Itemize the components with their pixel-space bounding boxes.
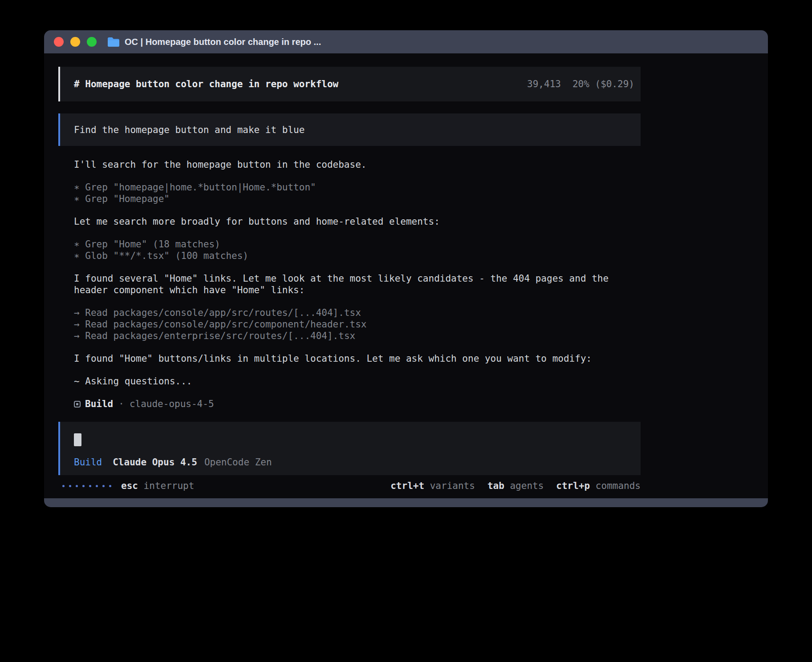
tool-call: ∗ Grep "homepage|home.*button|Home.*butt…	[74, 182, 641, 193]
shortcut-agents: tab agents	[487, 480, 544, 491]
user-message-text: Find the homepage button and make it blu…	[74, 125, 304, 135]
spinner	[58, 485, 111, 487]
agent-mode-label[interactable]: Build	[74, 457, 102, 468]
tool-call: ∗ Grep "Homepage"	[74, 193, 641, 205]
spinner-dot	[96, 485, 98, 487]
status-bar: esc interrupt ctrl+t variants tab agents…	[58, 480, 641, 492]
agent-model: claude-opus-4-5	[130, 398, 214, 410]
window-titlebar: OC | Homepage button color change in rep…	[44, 30, 768, 53]
shortcut-hints: ctrl+t variants tab agents ctrl+p comman…	[390, 480, 641, 491]
user-message: Find the homepage button and make it blu…	[58, 113, 641, 146]
agent-name: Build	[85, 398, 113, 410]
tool-call: ∗ Grep "Home" (18 matches)	[74, 238, 641, 250]
context-cost: 20% ($0.29)	[572, 79, 634, 89]
tool-call: ∗ Glob "**/*.tsx" (100 matches)	[74, 250, 641, 262]
tool-call-text: Glob "**/*.tsx" (100 matches)	[85, 250, 248, 261]
read-call: → Read packages/console/app/src/componen…	[74, 319, 641, 330]
spinner-dot	[69, 485, 71, 487]
shortcut-variants: ctrl+t variants	[390, 480, 475, 491]
tool-call-text: Grep "Home" (18 matches)	[85, 239, 220, 250]
shortcut-interrupt: esc interrupt	[121, 480, 194, 491]
arrow-icon: →	[74, 319, 80, 330]
session-header: # Homepage button color change in repo w…	[58, 67, 641, 101]
shortcut-commands: ctrl+p commands	[556, 480, 641, 491]
conversation: I'll search for the homepage button in t…	[58, 159, 641, 410]
spinner-dot	[89, 485, 91, 487]
spinner-dot	[76, 485, 78, 487]
tool-bullet-icon: ∗	[74, 250, 80, 261]
close-button[interactable]	[54, 37, 64, 47]
terminal-window: OC | Homepage button color change in rep…	[44, 30, 768, 507]
activity-status: ~ Asking questions...	[74, 375, 641, 387]
arrow-icon: →	[74, 331, 80, 341]
session-stats: 39,413 20% ($0.29)	[527, 79, 634, 89]
read-call-text: Read packages/enterprise/src/routes/[...…	[85, 331, 355, 341]
assistant-message: I'll search for the homepage button in t…	[74, 159, 641, 170]
token-count: 39,413	[527, 79, 561, 89]
esc-label: interrupt	[144, 480, 195, 491]
agent-status-line: Build · claude-opus-4-5	[74, 398, 641, 410]
folder-icon	[107, 37, 120, 47]
read-call-text: Read packages/console/app/src/routes/[..…	[85, 307, 361, 318]
text-cursor	[74, 433, 81, 446]
esc-key: esc	[121, 480, 138, 491]
spinner-dot	[109, 485, 111, 487]
model-status-line: Build Claude Opus 4.5 OpenCode Zen	[74, 457, 627, 468]
spinner-dot	[102, 485, 105, 487]
minimize-button[interactable]	[70, 37, 80, 47]
tool-bullet-icon: ∗	[74, 182, 80, 193]
arrow-icon: →	[74, 307, 80, 318]
read-call-text: Read packages/console/app/src/component/…	[85, 319, 366, 330]
read-call: → Read packages/console/app/src/routes/[…	[74, 307, 641, 319]
model-provider: OpenCode Zen	[204, 457, 272, 468]
read-call-group: → Read packages/console/app/src/routes/[…	[74, 307, 641, 342]
model-name[interactable]: Claude Opus 4.5	[113, 457, 197, 468]
spinner-dot	[62, 485, 65, 487]
assistant-message: I found several "Home" links. Let me loo…	[74, 273, 641, 296]
tool-call-text: Grep "homepage|home.*button|Home.*button…	[85, 182, 316, 193]
agent-icon	[74, 401, 81, 408]
spinner-dot	[82, 485, 85, 487]
window-bottom-bar	[44, 498, 768, 507]
separator-dot: ·	[118, 398, 124, 410]
window-title: OC | Homepage button color change in rep…	[125, 37, 321, 47]
assistant-message: Let me search more broadly for buttons a…	[74, 216, 641, 227]
traffic-lights	[54, 37, 97, 47]
read-call: → Read packages/enterprise/src/routes/[.…	[74, 330, 641, 342]
tool-call-group: ∗ Grep "homepage|home.*button|Home.*butt…	[74, 182, 641, 205]
tool-call-group: ∗ Grep "Home" (18 matches) ∗ Glob "**/*.…	[74, 238, 641, 262]
session-title: # Homepage button color change in repo w…	[74, 79, 338, 89]
terminal-screen: # Homepage button color change in repo w…	[44, 53, 768, 498]
prompt-input[interactable]: Build Claude Opus 4.5 OpenCode Zen	[58, 422, 641, 475]
zoom-button[interactable]	[87, 37, 97, 47]
assistant-message: I found "Home" buttons/links in multiple…	[74, 353, 641, 364]
tool-call-text: Grep "Homepage"	[85, 194, 170, 204]
tool-bullet-icon: ∗	[74, 194, 80, 204]
tool-bullet-icon: ∗	[74, 239, 80, 250]
